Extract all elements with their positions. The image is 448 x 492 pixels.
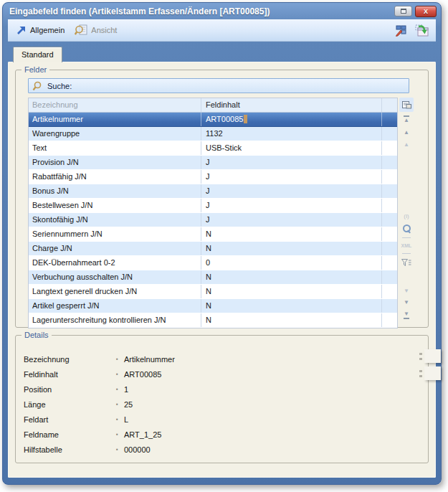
column-chooser-button[interactable] — [399, 98, 414, 112]
table-row[interactable]: Warengruppe 1132 — [29, 127, 397, 141]
cell-feldinhalt: N — [201, 227, 381, 241]
move-up-icon[interactable]: ▲ — [404, 130, 409, 136]
cell-bezeichnung: Bonus J/N — [29, 184, 201, 198]
felder-group-label: Felder — [22, 65, 49, 75]
fields-table: Bezeichnung Feldinhalt Artikelnummer ART… — [28, 98, 398, 328]
brackets-icon[interactable]: (I) — [404, 214, 409, 219]
detail-label: Bezeichnung — [24, 355, 116, 364]
search-icon — [32, 81, 42, 91]
table-row[interactable]: Text USB-Stick — [29, 141, 397, 156]
table-row[interactable]: Bestellwesen J/N J — [29, 199, 397, 213]
table-row[interactable]: Bonus J/N J — [29, 184, 397, 199]
detail-field: Hilfstabelle ▪ 000000 — [24, 442, 428, 457]
toolbar-right-icons — [395, 19, 429, 42]
cell-bezeichnung: Charge J/N — [29, 242, 201, 255]
detail-value: ART_1_25 — [124, 430, 161, 439]
cell-bezeichnung: Verbuchung ausschalten J/N — [29, 270, 201, 284]
table-row[interactable]: Provision J/N J — [29, 156, 397, 170]
toolbar-ansicht-label: Ansicht — [91, 26, 117, 34]
cell-feldinhalt: N — [201, 313, 381, 327]
cell-extra — [381, 256, 397, 270]
goto-window-icon[interactable] — [415, 24, 429, 37]
detail-label: Länge — [24, 400, 116, 409]
filter-icon[interactable] — [401, 259, 411, 267]
detail-label: Feldart — [24, 415, 116, 424]
cell-feldinhalt: J — [201, 156, 381, 169]
bullet-icon: ▪ — [116, 372, 124, 377]
table-row[interactable]: Skontofähig J/N J — [29, 213, 397, 227]
cell-extra — [381, 184, 397, 198]
table-row[interactable]: Rabattfähig J/N J — [29, 170, 397, 184]
cell-extra — [381, 270, 397, 284]
window-title: Eingabefeld finden (Artikelstamm Erfasse… — [9, 6, 270, 16]
cell-feldinhalt: USB-Stick — [201, 141, 381, 155]
bullet-icon: ▪ — [116, 356, 124, 362]
cell-extra — [381, 227, 397, 241]
jump-last-icon[interactable]: ▼ — [404, 311, 409, 319]
cell-extra — [381, 127, 397, 141]
tab-standard[interactable]: Standard — [13, 47, 62, 62]
scroll-up-group: ▲ ▲ ▲ — [399, 115, 414, 148]
dialog-window: Eingabefeld finden (Artikelstamm Erfasse… — [2, 2, 442, 485]
table-row[interactable]: Langtext generell drucken J/N N — [29, 285, 397, 299]
table-row[interactable]: DEK-Übernahmeart 0-2 0 — [29, 256, 397, 270]
search-label: Suche: — [47, 82, 72, 90]
detail-value: L — [124, 415, 128, 424]
cell-feldinhalt: J — [201, 213, 381, 227]
table-edit-icon[interactable] — [395, 24, 408, 37]
toolbar-allgemein-label: Allgemein — [30, 26, 65, 34]
detail-label: Position — [24, 385, 116, 394]
row-search-icon[interactable] — [403, 224, 411, 232]
cell-bezeichnung: Langtext generell drucken J/N — [29, 285, 201, 298]
close-button[interactable]: X — [415, 6, 437, 17]
titlebar: Eingabefeld finden (Artikelstamm Erfasse… — [3, 3, 441, 19]
table-side-toolbar: ▲ ▲ ▲ (I) XML — [399, 98, 414, 328]
detail-field: Länge ▪ 25 — [24, 397, 428, 412]
cell-extra — [381, 299, 397, 313]
arrow-northeast-icon — [16, 26, 27, 34]
toolbar-button-allgemein[interactable]: Allgemein — [16, 26, 65, 34]
detail-value: ART00085 — [124, 370, 161, 379]
column-header-bezeichnung[interactable]: Bezeichnung — [29, 98, 201, 112]
detail-field: Bezeichnung ▪ Artikelnummer — [24, 351, 428, 366]
cell-feldinhalt: N — [201, 270, 381, 284]
cell-extra — [381, 285, 397, 298]
table-row[interactable]: Seriennummern J/N N — [29, 227, 397, 242]
move-down-icon[interactable]: ▼ — [404, 300, 409, 306]
jump-first-icon[interactable]: ▲ — [404, 115, 409, 123]
detail-value: Artikelnummer — [124, 355, 175, 364]
cell-extra — [381, 199, 397, 212]
table-row[interactable]: Artikel gesperrt J/N N — [29, 299, 397, 313]
view-magnifier-document-icon — [75, 24, 87, 36]
edge-panel-handle[interactable] — [424, 349, 441, 363]
edge-panel-handle[interactable] — [424, 366, 441, 380]
xml-icon[interactable]: XML — [401, 243, 412, 248]
felder-groupbox: Felder Suche: Bezeichnung Feldinhalt — [15, 70, 429, 328]
column-header-feldinhalt[interactable]: Feldinhalt — [201, 98, 381, 112]
detail-value: 1 — [124, 385, 128, 394]
column-header-extra — [381, 98, 397, 112]
cell-extra — [381, 313, 397, 327]
column-chooser-icon — [402, 101, 411, 109]
window-body: Allgemein Ansicht — [3, 19, 441, 484]
restore-button[interactable] — [394, 6, 412, 16]
bullet-icon: ▪ — [116, 387, 124, 392]
search-bar[interactable]: Suche: — [28, 78, 409, 93]
table-row[interactable]: Lagerunterschreitung kontrollieren J/N N — [29, 313, 397, 328]
detail-value: 000000 — [124, 445, 151, 454]
cell-bezeichnung: Warengruppe — [29, 127, 201, 141]
table-area: Bezeichnung Feldinhalt Artikelnummer ART… — [28, 98, 428, 328]
toolbar-button-ansicht[interactable]: Ansicht — [75, 24, 117, 36]
table-row[interactable]: Verbuchung ausschalten J/N N — [29, 270, 397, 285]
table-row[interactable]: Artikelnummer ART00085 — [29, 113, 397, 127]
scroll-down-icon[interactable]: ▼ — [404, 288, 409, 294]
scroll-up-icon[interactable]: ▲ — [404, 142, 409, 148]
detail-field: Feldname ▪ ART_1_25 — [24, 427, 428, 442]
cell-feldinhalt: ART00085 — [201, 113, 381, 126]
table-row[interactable]: Charge J/N N — [29, 242, 397, 256]
scroll-down-group: ▼ ▼ ▼ — [399, 288, 414, 319]
details-groupbox: Details Bezeichnung ▪ Artikelnummer Feld… — [15, 335, 429, 463]
cell-feldinhalt: 0 — [201, 256, 381, 270]
cell-bezeichnung: Artikelnummer — [29, 113, 201, 126]
cell-bezeichnung: Text — [29, 141, 201, 155]
